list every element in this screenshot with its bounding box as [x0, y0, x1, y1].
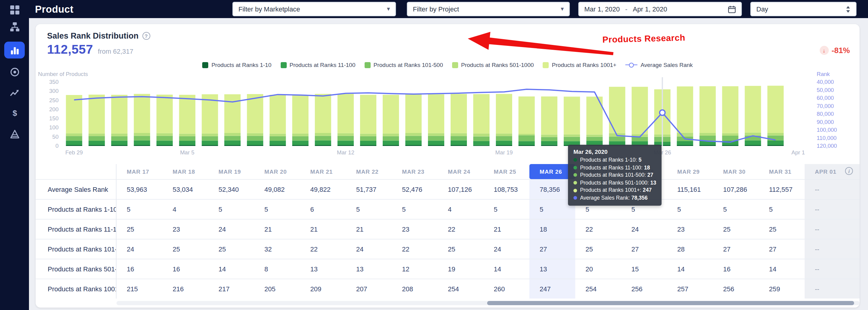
- table-cell[interactable]: 256: [713, 279, 759, 299]
- table-cell[interactable]: 27: [759, 239, 805, 259]
- sidebar-item[interactable]: [4, 1, 25, 18]
- table-cell[interactable]: 21: [300, 219, 346, 239]
- table-cell[interactable]: 4: [438, 199, 484, 219]
- table-cell[interactable]: 28: [667, 239, 713, 259]
- table-cell[interactable]: 254: [438, 279, 484, 299]
- table-cell[interactable]: 27: [713, 239, 759, 259]
- table-cell[interactable]: 108,753: [484, 179, 529, 199]
- table-cell[interactable]: 208: [392, 279, 438, 299]
- project-filter[interactable]: Filter by Project ▾: [407, 2, 570, 16]
- table-cell[interactable]: 25: [438, 239, 484, 259]
- table-cell[interactable]: 49,822: [300, 179, 346, 199]
- legend-item[interactable]: Products at Ranks 1001+: [543, 62, 617, 68]
- table-cell[interactable]: 24: [621, 219, 667, 239]
- table-cell[interactable]: 247: [529, 279, 575, 299]
- legend-item[interactable]: Average Sales Rank: [625, 62, 693, 68]
- sales-rank-chart[interactable]: Number of ProductsRank050100150200250300…: [36, 70, 860, 162]
- table-cell[interactable]: 27: [529, 239, 575, 259]
- table-cell[interactable]: --: [805, 219, 860, 239]
- sidebar-item[interactable]: [4, 42, 25, 59]
- table-cell[interactable]: 5: [208, 199, 254, 219]
- table-cell[interactable]: 107,286: [713, 179, 759, 199]
- table-cell[interactable]: 25: [208, 239, 254, 259]
- legend-item[interactable]: Products at Ranks 101-500: [365, 62, 443, 68]
- table-cell[interactable]: --: [805, 279, 860, 299]
- table-cell[interactable]: 24: [117, 239, 162, 259]
- table-cell[interactable]: 15: [621, 259, 667, 279]
- date-range-picker[interactable]: Mar 1, 2020 - Apr 1, 2020: [578, 2, 742, 16]
- legend-item[interactable]: Products at Ranks 11-100: [280, 62, 355, 68]
- table-cell[interactable]: 14: [759, 259, 805, 279]
- column-header-mar-23[interactable]: MAR 23: [392, 164, 438, 179]
- table-cell[interactable]: 5: [117, 199, 162, 219]
- table-cell[interactable]: 5: [484, 199, 529, 219]
- table-cell[interactable]: 6: [300, 199, 346, 219]
- column-header-mar-20[interactable]: MAR 20: [254, 164, 300, 179]
- table-cell[interactable]: 115,161: [667, 179, 713, 199]
- table-cell[interactable]: 257: [667, 279, 713, 299]
- table-cell[interactable]: 25: [162, 239, 208, 259]
- table-cell[interactable]: --: [805, 259, 860, 279]
- table-cell[interactable]: 53,963: [117, 179, 162, 199]
- column-header-mar-18[interactable]: MAR 18: [162, 164, 208, 179]
- table-cell[interactable]: 22: [575, 219, 621, 239]
- table-cell[interactable]: 16: [162, 259, 208, 279]
- table-cell[interactable]: 8: [254, 259, 300, 279]
- table-cell[interactable]: 217: [208, 279, 254, 299]
- table-cell[interactable]: 14: [208, 259, 254, 279]
- table-cell[interactable]: 12: [392, 259, 438, 279]
- table-cell[interactable]: 205: [254, 279, 300, 299]
- table-cell[interactable]: 209: [300, 279, 346, 299]
- help-icon[interactable]: ?: [142, 32, 150, 40]
- scrollbar-thumb[interactable]: [487, 301, 854, 305]
- column-header-mar-22[interactable]: MAR 22: [346, 164, 392, 179]
- table-cell[interactable]: 21: [484, 219, 529, 239]
- table-cell[interactable]: 112,557: [759, 179, 805, 199]
- table-cell[interactable]: 254: [575, 279, 621, 299]
- table-cell[interactable]: 260: [484, 279, 529, 299]
- table-cell[interactable]: 53,034: [162, 179, 208, 199]
- table-cell[interactable]: 107,126: [438, 179, 484, 199]
- table-cell[interactable]: 22: [392, 239, 438, 259]
- table-cell[interactable]: 19: [438, 259, 484, 279]
- table-cell[interactable]: 25: [575, 239, 621, 259]
- table-cell[interactable]: 16: [713, 259, 759, 279]
- table-cell[interactable]: 14: [484, 259, 529, 279]
- table-cell[interactable]: 25: [759, 219, 805, 239]
- table-cell[interactable]: 16: [117, 259, 162, 279]
- column-header-mar-31[interactable]: MAR 31: [759, 164, 805, 179]
- table-cell[interactable]: 52,340: [208, 179, 254, 199]
- granularity-select[interactable]: Day: [750, 2, 857, 16]
- table-cell[interactable]: 207: [346, 279, 392, 299]
- table-cell[interactable]: 13: [300, 259, 346, 279]
- table-cell[interactable]: 5: [392, 199, 438, 219]
- table-cell[interactable]: 5: [346, 199, 392, 219]
- column-header-mar-19[interactable]: MAR 19: [208, 164, 254, 179]
- table-cell[interactable]: 18: [529, 219, 575, 239]
- legend-item[interactable]: Products at Ranks 501-1000: [452, 62, 534, 68]
- table-cell[interactable]: 25: [117, 219, 162, 239]
- table-cell[interactable]: 4: [162, 199, 208, 219]
- table-cell[interactable]: 32: [254, 239, 300, 259]
- table-cell[interactable]: 52,476: [392, 179, 438, 199]
- table-cell[interactable]: 23: [162, 219, 208, 239]
- table-cell[interactable]: 13: [346, 259, 392, 279]
- table-cell[interactable]: 25: [713, 219, 759, 239]
- sidebar-item[interactable]: [4, 18, 25, 35]
- table-cell[interactable]: 24: [484, 239, 529, 259]
- table-cell[interactable]: 24: [208, 219, 254, 239]
- sidebar-item[interactable]: [4, 126, 25, 142]
- column-header-mar-30[interactable]: MAR 30: [713, 164, 759, 179]
- table-cell[interactable]: --: [805, 179, 860, 199]
- table-cell[interactable]: 22: [438, 219, 484, 239]
- table-cell[interactable]: 216: [162, 279, 208, 299]
- table-cell[interactable]: 259: [759, 279, 805, 299]
- table-cell[interactable]: 22: [300, 239, 346, 259]
- table-cell[interactable]: 5: [667, 199, 713, 219]
- column-header-mar-25[interactable]: MAR 25: [484, 164, 529, 179]
- horizontal-scrollbar[interactable]: [117, 301, 860, 305]
- table-cell[interactable]: 23: [392, 219, 438, 239]
- column-header-mar-29[interactable]: MAR 29: [667, 164, 713, 179]
- table-cell[interactable]: 14: [667, 259, 713, 279]
- marketplace-filter[interactable]: Filter by Marketplace ▾: [232, 2, 396, 16]
